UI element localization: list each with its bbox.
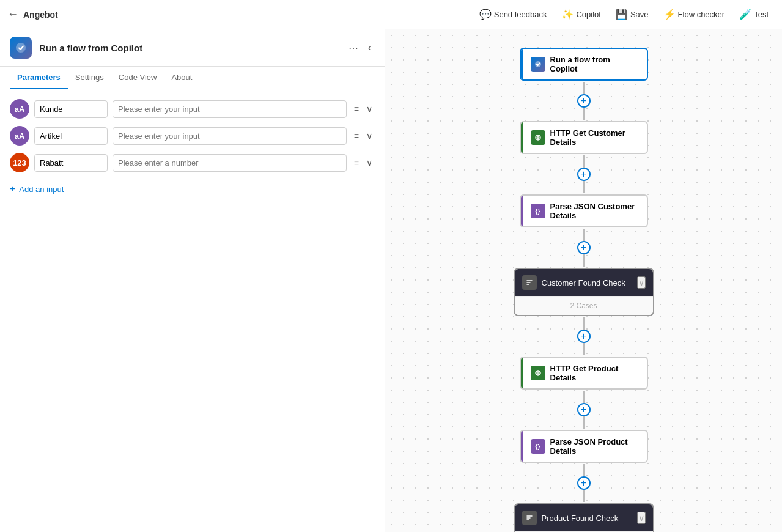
send-feedback-button[interactable]: 💬 Send feedback	[473, 5, 553, 24]
flow-checker-label: Flow checker	[678, 10, 725, 19]
node-product-check[interactable]: Product Found Check ∨ 2 Cases	[514, 503, 654, 532]
customer-check-expand-button[interactable]: ∨	[637, 276, 646, 289]
param-value-rabatt[interactable]	[113, 154, 347, 172]
node-product-check-header: Product Found Check ∨	[515, 504, 653, 531]
flow-checker-button[interactable]: ⚡ Flow checker	[657, 5, 731, 24]
connector-2: +	[577, 155, 591, 193]
node-parse-product-title: Parse JSON Product Details	[550, 437, 640, 456]
param-icon-artikel: aA	[10, 126, 29, 146]
node-http-customer[interactable]: HTTP Get Customer Details	[520, 121, 648, 154]
connector-4: +	[577, 317, 591, 355]
svg-point-0	[16, 43, 26, 53]
param-lines-button-rabatt[interactable]: ≡	[352, 157, 361, 169]
node-parse-customer[interactable]: {} Parse JSON Customer Details	[520, 194, 648, 227]
param-expand-button-kunde[interactable]: ∨	[364, 103, 375, 115]
node-parse-product[interactable]: {} Parse JSON Product Details	[520, 430, 648, 463]
add-node-6-button[interactable]: +	[577, 476, 591, 490]
flow-canvas: Run a flow from Copilot +	[385, 29, 782, 532]
connector-line-5	[583, 391, 585, 403]
param-value-artikel[interactable]	[113, 127, 347, 145]
param-icon-kunde: aA	[10, 99, 29, 119]
params-content: aA ≡ ∨ aA ≡ ∨	[0, 89, 385, 532]
tabs: Parameters Settings Code View About	[0, 67, 385, 89]
add-input-label: Add an input	[19, 185, 64, 194]
param-expand-button-rabatt[interactable]: ∨	[364, 157, 375, 169]
tab-parameters[interactable]: Parameters	[10, 67, 68, 89]
connector-line-6	[583, 464, 585, 476]
param-expand-button-artikel[interactable]: ∨	[364, 130, 375, 142]
node-http-product-header: HTTP Get Product Details	[521, 358, 647, 388]
save-button[interactable]: 💾 Save	[610, 5, 655, 24]
panel-title: Run a flow from Copilot	[39, 43, 338, 53]
connector-line-6b	[583, 490, 585, 502]
param-label-kunde[interactable]	[34, 100, 108, 118]
flow-container: Run a flow from Copilot +	[397, 48, 770, 532]
node-http-customer-header: HTTP Get Customer Details	[521, 122, 647, 153]
param-lines-button-kunde[interactable]: ≡	[352, 103, 361, 115]
copilot-button[interactable]: ✨ Copilot	[555, 5, 607, 24]
switch-product-icon	[522, 511, 537, 525]
connector-line-4b	[583, 343, 585, 355]
save-label: Save	[630, 10, 649, 19]
node-http-product[interactable]: HTTP Get Product Details	[520, 357, 648, 390]
test-label: Test	[754, 10, 769, 19]
collapse-button[interactable]: ‹	[364, 40, 375, 56]
product-check-expand-button[interactable]: ∨	[637, 512, 646, 524]
node-http-product-title: HTTP Get Product Details	[550, 364, 640, 382]
node-run-copilot[interactable]: Run a flow from Copilot	[520, 48, 648, 81]
flow-checker-icon: ⚡	[663, 9, 676, 20]
add-node-2-button[interactable]: +	[577, 168, 591, 181]
more-options-button[interactable]: ⋯	[345, 40, 362, 56]
panel-header: Run a flow from Copilot ⋯ ‹	[0, 29, 385, 67]
tab-settings[interactable]: Settings	[68, 67, 111, 89]
json-product-icon: {}	[531, 439, 545, 454]
topnav-title: Angebot	[23, 10, 468, 20]
node-http-customer-title: HTTP Get Customer Details	[550, 128, 640, 147]
param-label-artikel[interactable]	[34, 127, 108, 145]
add-input-plus-icon: +	[10, 183, 15, 194]
connector-line-4	[583, 317, 585, 330]
param-row-rabatt: 123 ≡ ∨	[10, 153, 375, 172]
node-run-copilot-header: Run a flow from Copilot	[521, 49, 647, 79]
back-button[interactable]: ←	[7, 8, 18, 21]
add-node-3-button[interactable]: +	[577, 241, 591, 254]
node-product-check-title: Product Found Check	[542, 514, 619, 523]
connector-line-3b	[583, 254, 585, 267]
param-icon-rabatt: 123	[10, 153, 29, 172]
copilot-node-icon	[531, 57, 545, 72]
json-customer-icon: {}	[531, 204, 545, 218]
add-node-4-button[interactable]: +	[577, 330, 591, 343]
panel-logo	[10, 37, 32, 59]
add-node-1-button[interactable]: +	[577, 94, 591, 108]
node-parse-customer-header: {} Parse JSON Customer Details	[521, 196, 647, 226]
param-label-rabatt[interactable]	[34, 154, 108, 172]
connector-6: +	[577, 464, 591, 502]
copilot-label: Copilot	[576, 10, 600, 19]
connector-line-5b	[583, 416, 585, 429]
main-layout: Run a flow from Copilot ⋯ ‹ Parameters S…	[0, 29, 782, 532]
param-row-artikel: aA ≡ ∨	[10, 126, 375, 146]
node-customer-check-header: Customer Found Check ∨	[515, 269, 653, 296]
add-node-5-button[interactable]: +	[577, 403, 591, 416]
add-input-button[interactable]: + Add an input	[10, 180, 64, 198]
param-lines-button-artikel[interactable]: ≡	[352, 130, 361, 142]
copilot-icon: ✨	[561, 9, 574, 20]
node-customer-check[interactable]: Customer Found Check ∨ 2 Cases	[514, 268, 654, 316]
connector-line-2	[583, 155, 585, 168]
test-button[interactable]: 🧪 Test	[733, 5, 775, 24]
connector-line-2b	[583, 181, 585, 193]
connector-5: +	[577, 391, 591, 429]
test-icon: 🧪	[739, 9, 751, 20]
panel-header-actions: ⋯ ‹	[345, 40, 375, 56]
save-icon: 💾	[616, 9, 628, 20]
connector-3: +	[577, 229, 591, 267]
topnav: ← Angebot 💬 Send feedback ✨ Copilot 💾 Sa…	[0, 0, 782, 29]
param-actions-kunde: ≡ ∨	[352, 103, 375, 115]
connector-line-1	[583, 82, 585, 94]
tab-code-view[interactable]: Code View	[111, 67, 164, 89]
node-parse-customer-title: Parse JSON Customer Details	[550, 202, 640, 220]
node-customer-check-title: Customer Found Check	[542, 278, 625, 287]
param-value-kunde[interactable]	[113, 100, 347, 118]
back-icon: ←	[7, 8, 18, 21]
tab-about[interactable]: About	[164, 67, 199, 89]
